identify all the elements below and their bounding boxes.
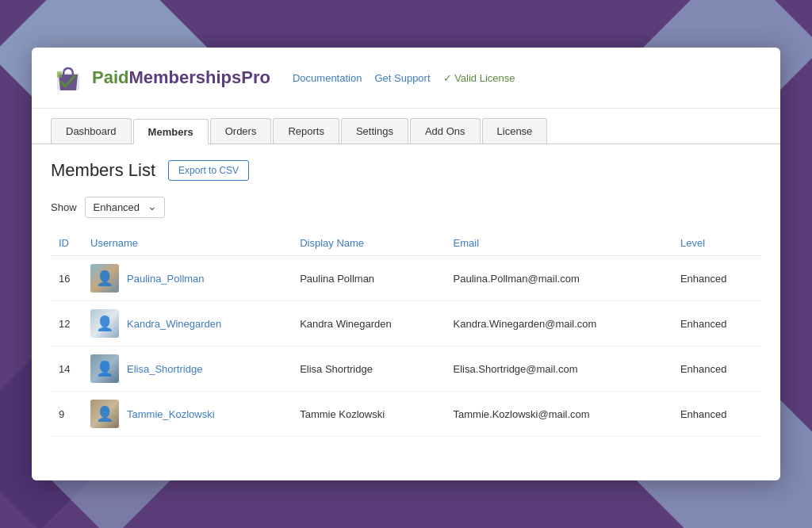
member-display-name: Kandra Winegarden	[292, 301, 445, 346]
logo-icon	[51, 60, 86, 95]
filter-row: Show AllEnhancedBasicPremium	[51, 197, 761, 218]
member-level: Enhanced	[672, 301, 761, 346]
svg-rect-1	[57, 71, 62, 78]
col-level: Level	[672, 231, 761, 256]
member-username-link[interactable]: Paulina_Pollman	[127, 273, 205, 285]
member-username-cell: 👤Tammie_Kozlowski	[82, 392, 292, 437]
member-avatar: 👤	[90, 264, 119, 293]
show-filter-select[interactable]: AllEnhancedBasicPremium	[85, 197, 165, 218]
logo-pro: Pro	[241, 67, 270, 87]
tab-license[interactable]: License	[482, 118, 548, 143]
member-username-cell: 👤Elisa_Shortridge	[82, 346, 292, 392]
member-id: 16	[51, 256, 82, 301]
page-title: Members List	[51, 160, 155, 181]
tab-members[interactable]: Members	[133, 119, 209, 144]
logo-memberships: Memberships	[128, 67, 241, 87]
table-row: 16👤Paulina_PollmanPaulina PollmanPaulina…	[51, 256, 761, 301]
app-header: PaidMembershipsPro Documentation Get Sup…	[32, 48, 780, 109]
members-table: IDUsernameDisplay NameEmailLevel 16👤Paul…	[51, 231, 761, 437]
member-id: 14	[51, 346, 82, 392]
member-id: 9	[51, 392, 82, 437]
license-status: ✓ Valid License	[443, 72, 515, 84]
member-id: 12	[51, 301, 82, 346]
filter-label: Show	[51, 201, 77, 213]
col-email: Email	[446, 231, 672, 256]
member-level: Enhanced	[672, 392, 761, 437]
support-link[interactable]: Get Support	[374, 72, 430, 84]
member-email: Kandra.Winegarden@mail.com	[446, 301, 672, 346]
member-level: Enhanced	[672, 256, 761, 301]
member-avatar: 👤	[90, 354, 119, 383]
member-avatar: 👤	[90, 309, 119, 338]
main-card: PaidMembershipsPro Documentation Get Sup…	[32, 48, 780, 480]
header-links: Documentation Get Support ✓ Valid Licens…	[293, 72, 515, 84]
member-display-name: Tammie Kozlowski	[292, 392, 445, 437]
col-username: Username	[82, 231, 292, 256]
member-email: Tammie.Kozlowski@mail.com	[446, 392, 672, 437]
member-email: Elisa.Shortridge@mail.com	[446, 346, 672, 392]
table-row: 12👤Kandra_WinegardenKandra WinegardenKan…	[51, 301, 761, 346]
member-email: Paulina.Pollman@mail.com	[446, 256, 672, 301]
tab-addons[interactable]: Add Ons	[410, 118, 481, 143]
app-logo: PaidMembershipsPro	[51, 60, 270, 95]
member-username-cell: 👤Paulina_Pollman	[82, 256, 292, 301]
table-row: 9👤Tammie_KozlowskiTammie KozlowskiTammie…	[51, 392, 761, 437]
col-display-name: Display Name	[292, 231, 445, 256]
tab-orders[interactable]: Orders	[210, 118, 272, 143]
member-avatar: 👤	[90, 400, 119, 428]
export-csv-button[interactable]: Export to CSV	[168, 160, 249, 181]
member-display-name: Elisa Shortridge	[292, 346, 445, 392]
member-username-cell: 👤Kandra_Winegarden	[82, 301, 292, 346]
page-content: Members List Export to CSV Show AllEnhan…	[32, 144, 780, 453]
col-id: ID	[51, 231, 82, 256]
tab-dashboard[interactable]: Dashboard	[51, 118, 132, 143]
page-title-row: Members List Export to CSV	[51, 160, 761, 181]
table-row: 14👤Elisa_ShortridgeElisa ShortridgeElisa…	[51, 346, 761, 392]
documentation-link[interactable]: Documentation	[293, 72, 362, 84]
nav-tabs: DashboardMembersOrdersReportsSettingsAdd…	[32, 109, 780, 144]
tab-reports[interactable]: Reports	[273, 118, 339, 143]
show-filter-wrapper: AllEnhancedBasicPremium	[85, 197, 165, 218]
tab-settings[interactable]: Settings	[341, 118, 408, 143]
member-username-link[interactable]: Kandra_Winegarden	[127, 318, 221, 330]
logo-paid: Paid	[92, 67, 128, 87]
logo-text: PaidMembershipsPro	[92, 67, 270, 88]
member-display-name: Paulina Pollman	[292, 256, 445, 301]
member-username-link[interactable]: Tammie_Kozlowski	[127, 408, 215, 420]
member-username-link[interactable]: Elisa_Shortridge	[127, 363, 202, 375]
member-level: Enhanced	[672, 346, 761, 392]
